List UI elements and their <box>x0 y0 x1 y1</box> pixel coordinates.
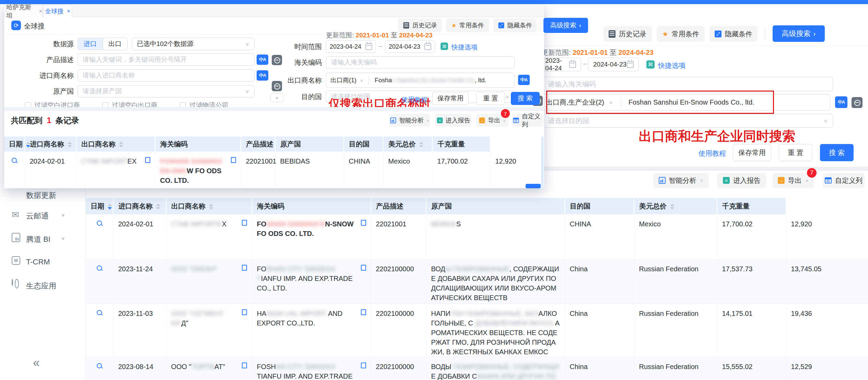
reset-button[interactable]: 重 置 <box>476 92 505 105</box>
report-icon: ≡ <box>723 177 730 184</box>
tutorial-link[interactable]: 使用教程 <box>401 95 427 104</box>
sort-icon[interactable] <box>68 142 72 147</box>
column-header[interactable]: 出口商名称 <box>166 198 252 214</box>
sidebar-collapse-button[interactable]: « <box>33 356 40 370</box>
divider <box>765 27 765 40</box>
sort-icon[interactable] <box>670 204 674 210</box>
copy-icon[interactable] <box>242 363 247 368</box>
advanced-search-button[interactable]: 高级搜索 › <box>773 25 825 42</box>
copy-icon[interactable] <box>361 220 366 226</box>
row-detail-search-icon[interactable] <box>96 310 103 316</box>
column-header[interactable]: 出口商名称 <box>76 136 155 152</box>
exporter-value[interactable]: Foshan Sanshui En-Snow Foods Co, ltd. <box>375 77 486 84</box>
product-input[interactable]: 请输入关键词，多关键词用分号隔开 <box>78 54 255 66</box>
close-icon[interactable]: × <box>39 8 42 14</box>
divider <box>544 46 868 46</box>
quick-options-icon[interactable]: ⌘ <box>646 60 655 69</box>
translate-icon[interactable]: 中A <box>518 75 530 85</box>
history-button[interactable]: 历史记录 <box>603 26 652 42</box>
date-to-field[interactable]: 2024-04-23 <box>385 40 435 53</box>
filter-circle-icon[interactable] <box>852 97 863 108</box>
annotation-text: 出口商和生产企业同时搜索 <box>639 128 795 145</box>
quick-options-link[interactable]: 快捷选项 <box>658 61 685 70</box>
history-button[interactable]: 历史记录 <box>398 19 442 32</box>
sort-icon[interactable] <box>419 142 423 147</box>
column-header: 海关编码 <box>155 136 241 152</box>
export-badge: 7 <box>807 168 817 178</box>
save-conditions-button[interactable]: 保存常用 <box>733 144 771 161</box>
column-header[interactable]: 美元总价 <box>634 198 717 214</box>
custom-columns-button[interactable]: 自定义列 <box>513 114 543 127</box>
sidebar-item-tengdao-bi[interactable]: BI 腾道 BI ∨ <box>0 231 85 247</box>
results-table: 日期进口商名称出口商名称海关编码产品描述原产国目的国美元总价千克重量 2024-… <box>86 198 868 380</box>
sidebar-item-cloud-mail[interactable]: ✉ 云邮通 ∨ <box>0 208 85 224</box>
sidebar-item-t-crm[interactable]: M T-CRM <box>0 255 85 271</box>
hide-conditions-button[interactable]: ⤢ 隐藏条件 <box>709 26 758 42</box>
hs-code-input[interactable]: 请输入海关编码 <box>530 77 833 91</box>
divider <box>369 76 369 85</box>
column-header[interactable]: 进口商名称 <box>113 198 166 214</box>
copy-icon[interactable] <box>145 157 150 163</box>
sidebar-item-data-update[interactable]: 数据更新 <box>26 190 56 201</box>
tab-global-search[interactable]: 全球搜× <box>43 5 72 17</box>
bi-icon: BI <box>12 233 20 242</box>
exporter-type-select[interactable]: 出口商(1) <box>330 76 356 84</box>
copy-icon[interactable] <box>361 309 366 315</box>
column-header[interactable]: 进口商名称 <box>25 136 76 152</box>
save-conditions-button[interactable]: 保存常用 <box>432 92 469 105</box>
column-header[interactable]: 日期 <box>4 136 25 152</box>
import-export-toggle[interactable]: 进口 出口 <box>78 38 128 50</box>
enter-report-button[interactable]: ≡ 进入报告 <box>717 173 766 188</box>
smart-analysis-button[interactable]: 智能分析 ∨ <box>653 173 709 188</box>
row-detail-search-icon[interactable] <box>96 220 103 226</box>
translate-icon[interactable]: 中A <box>835 96 847 108</box>
pagination-remnant[interactable] <box>526 184 541 188</box>
hide-conditions-button[interactable]: ⤢ 隐藏条件 <box>493 19 537 32</box>
origin-select[interactable]: 请选择原产国 ∨ <box>78 85 255 97</box>
exporter-field[interactable]: 出口商(1) ∨ Foshan Sanshui En-Snow Foods Co… <box>326 73 515 88</box>
copy-icon[interactable] <box>242 265 247 271</box>
row-detail-search-icon[interactable] <box>96 363 103 369</box>
sidebar-item-eco-apps[interactable]: 生态应用 <box>0 278 85 294</box>
copy-icon[interactable] <box>242 309 247 315</box>
sort-icon[interactable] <box>209 204 213 210</box>
destination-select[interactable]: 请选择目的国 ∨ <box>530 114 833 128</box>
row-detail-search-icon[interactable] <box>11 157 17 164</box>
copy-icon[interactable] <box>242 220 247 226</box>
custom-columns-button[interactable]: 自定义列 <box>823 173 865 188</box>
smart-analysis-button[interactable]: 智能分析 ∨ <box>389 114 430 127</box>
tutorial-link[interactable]: 使用教程 <box>699 149 726 158</box>
source-select[interactable]: 已选中102个数据源∨ <box>132 38 255 50</box>
favorite-conditions-button[interactable]: ★ 常用条件 <box>446 19 489 32</box>
sort-icon[interactable] <box>119 142 123 147</box>
copy-icon[interactable] <box>361 265 366 271</box>
reset-button[interactable]: 重 置 <box>779 144 812 161</box>
importer-input[interactable]: 请输入进口商名称 <box>78 69 255 82</box>
advanced-search-button[interactable]: 高级搜索› <box>543 18 588 33</box>
sort-icon[interactable] <box>108 204 112 210</box>
analysis-icon <box>659 177 666 184</box>
tab-kazakhstan[interactable]: 哈萨克斯坦× <box>6 5 43 17</box>
row-detail-search-icon[interactable] <box>96 265 103 271</box>
table-row: 2023-11-03ООО "СЕГМЕНТ ЮГД"HANGAI UAL IM… <box>86 304 868 357</box>
search-button[interactable]: 搜 索 <box>820 144 854 161</box>
copy-icon[interactable] <box>231 157 236 163</box>
date-to-field[interactable]: 2024-04-23 <box>588 58 639 71</box>
enter-report-button[interactable]: ≡ 进入报告 <box>435 114 471 127</box>
date-from-field[interactable]: 2023-04-24 <box>326 40 376 53</box>
search-button[interactable]: 搜 索 <box>511 92 540 105</box>
column-header[interactable]: 美元总价 <box>383 136 432 152</box>
toggle-export[interactable]: 出口 <box>103 38 128 50</box>
close-icon[interactable]: × <box>67 8 70 14</box>
favorite-conditions-button[interactable]: ★ 常用条件 <box>657 26 705 42</box>
toggle-import[interactable]: 进口 <box>78 38 103 50</box>
column-header[interactable]: 日期 <box>86 198 113 214</box>
quick-options-link[interactable]: 快捷选项 <box>451 43 478 52</box>
copy-icon[interactable] <box>361 363 366 368</box>
hs-code-input[interactable]: 请输入海关编码 <box>326 56 515 69</box>
overlay-scrollbar[interactable] <box>541 136 543 188</box>
star-icon: ★ <box>662 31 668 37</box>
sort-icon[interactable] <box>156 204 160 210</box>
quick-options-icon[interactable]: ⌘ <box>441 43 448 50</box>
date-range-dash: – <box>379 43 382 50</box>
